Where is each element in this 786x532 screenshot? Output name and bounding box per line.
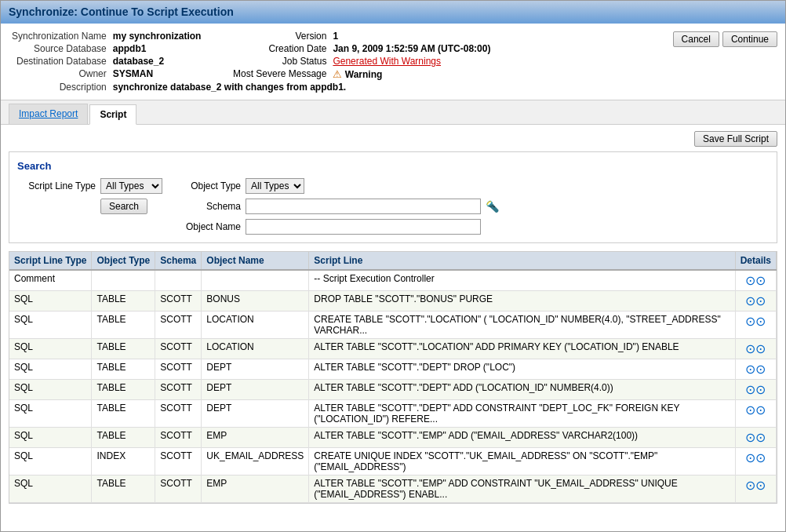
detail-link[interactable]: ⊙⊙: [735, 291, 776, 312]
version-label: Version: [204, 30, 329, 42]
schema-label: Schema: [178, 201, 241, 212]
source-db-label: Source Database: [9, 42, 110, 55]
detail-link[interactable]: ⊙⊙: [735, 359, 776, 380]
meta-info: Synchronization Name my synchronization …: [9, 30, 493, 93]
data-table: Script Line Type Object Type Schema Obje…: [9, 252, 777, 503]
detail-icon[interactable]: ⊙⊙: [745, 479, 766, 492]
script-line-type-select[interactable]: All Types Comment SQL: [100, 178, 162, 194]
tabs-bar: Impact Report Script: [1, 100, 785, 125]
source-db-value: appdb1: [110, 42, 205, 55]
detail-icon[interactable]: ⊙⊙: [745, 315, 766, 328]
detail-icon[interactable]: ⊙⊙: [745, 274, 766, 287]
detail-icon[interactable]: ⊙⊙: [745, 342, 766, 355]
table-row: SQLTABLESCOTTDEPTALTER TABLE "SCOTT"."DE…: [9, 359, 777, 380]
col-object-name: Object Name: [202, 252, 309, 270]
table-row: SQLTABLESCOTTDEPTALTER TABLE "SCOTT"."DE…: [9, 400, 777, 428]
col-script-line: Script Line: [309, 252, 735, 270]
detail-link[interactable]: ⊙⊙: [735, 476, 776, 503]
job-status-label: Job Status: [204, 55, 329, 67]
search-title: Search: [17, 160, 769, 172]
most-severe-label: Most Severe Message: [204, 67, 329, 81]
dest-db-label: Destination Database: [9, 55, 110, 67]
version-value: 1: [329, 30, 493, 42]
object-name-label: Object Name: [178, 221, 241, 232]
description-label: Description: [9, 81, 110, 93]
detail-icon[interactable]: ⊙⊙: [745, 363, 766, 376]
description-value: synchronize database_2 with changes from…: [110, 81, 494, 93]
col-details: Details: [735, 252, 776, 270]
col-schema: Schema: [155, 252, 202, 270]
table-row: SQLTABLESCOTTLOCATIONCREATE TABLE "SCOTT…: [9, 312, 777, 339]
table-row: Comment-- Script Execution Controller⊙⊙: [9, 270, 777, 291]
job-status-value[interactable]: Generated With Warnings: [329, 55, 493, 67]
detail-link[interactable]: ⊙⊙: [735, 400, 776, 428]
sync-name-label: Synchronization Name: [9, 30, 110, 42]
most-severe-value: ⚠ Warning: [329, 67, 493, 81]
detail-icon[interactable]: ⊙⊙: [745, 383, 766, 396]
search-button[interactable]: Search: [100, 199, 147, 214]
detail-link[interactable]: ⊙⊙: [735, 270, 776, 291]
detail-icon[interactable]: ⊙⊙: [745, 431, 766, 444]
detail-link[interactable]: ⊙⊙: [735, 312, 776, 339]
col-script-line-type: Script Line Type: [9, 252, 92, 270]
search-lookup-icon[interactable]: 🔦: [486, 200, 499, 213]
tab-impact-report[interactable]: Impact Report: [9, 104, 88, 124]
header-buttons: Cancel Continue: [673, 30, 777, 47]
detail-link[interactable]: ⊙⊙: [735, 448, 776, 476]
owner-value: SYSMAN: [110, 67, 205, 81]
creation-date-label: Creation Date: [204, 42, 329, 55]
detail-link[interactable]: ⊙⊙: [735, 380, 776, 400]
cancel-button[interactable]: Cancel: [673, 31, 719, 47]
table-row: SQLTABLESCOTTEMPALTER TABLE "SCOTT"."EMP…: [9, 476, 777, 503]
save-full-script-button[interactable]: Save Full Script: [694, 131, 777, 147]
detail-link[interactable]: ⊙⊙: [735, 339, 776, 359]
detail-link[interactable]: ⊙⊙: [735, 428, 776, 448]
tab-script[interactable]: Script: [89, 104, 136, 125]
col-object-type: Object Type: [92, 252, 155, 270]
schema-input[interactable]: [246, 199, 481, 214]
creation-date-value: Jan 9, 2009 1:52:59 AM (UTC-08:00): [329, 42, 493, 55]
continue-button[interactable]: Continue: [722, 31, 777, 47]
search-section: Search Script Line Type All Types Commen…: [9, 151, 777, 243]
detail-icon[interactable]: ⊙⊙: [745, 294, 766, 308]
detail-icon[interactable]: ⊙⊙: [745, 403, 766, 417]
object-name-input[interactable]: [246, 219, 481, 235]
table-row: SQLTABLESCOTTEMPALTER TABLE "SCOTT"."EMP…: [9, 428, 777, 448]
table-row: SQLTABLESCOTTDEPTALTER TABLE "SCOTT"."DE…: [9, 380, 777, 400]
table-row: SQLTABLESCOTTLOCATIONALTER TABLE "SCOTT"…: [9, 339, 777, 359]
data-table-container: Script Line Type Object Type Schema Obje…: [9, 251, 777, 504]
object-type-select[interactable]: All Types TABLE INDEX: [246, 178, 304, 194]
page-title: Synchronize: Continue To Script Executio…: [9, 5, 777, 18]
owner-label: Owner: [9, 67, 110, 81]
object-type-label: Object Type: [178, 180, 241, 191]
detail-icon[interactable]: ⊙⊙: [745, 451, 766, 465]
dest-db-value: database_2: [110, 55, 205, 67]
table-row: SQLINDEXSCOTTUK_EMAIL_ADDRESSCREATE UNIQ…: [9, 448, 777, 476]
script-line-type-label: Script Line Type: [17, 180, 96, 191]
sync-name-value: my synchronization: [110, 30, 205, 42]
table-row: SQLTABLESCOTTBONUSDROP TABLE "SCOTT"."BO…: [9, 291, 777, 312]
